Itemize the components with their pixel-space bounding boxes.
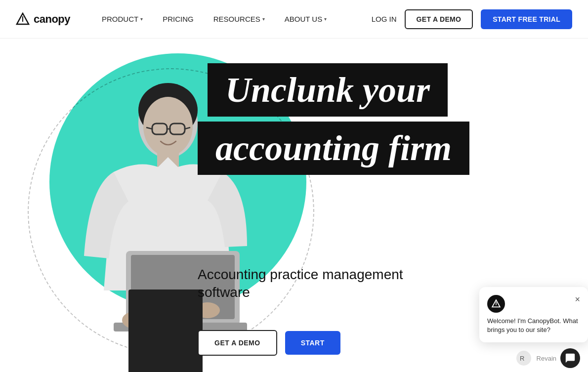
revain-label: Revain xyxy=(537,355,556,362)
headline-block-2: accounting firm xyxy=(198,122,469,175)
hero-cta-buttons: GET A DEMO START xyxy=(198,330,340,356)
about-chevron-icon: ▾ xyxy=(324,16,327,22)
login-link[interactable]: LOG IN xyxy=(372,15,397,23)
svg-text:R: R xyxy=(520,355,524,362)
logo-text: canopy xyxy=(34,13,70,26)
nav-resources[interactable]: RESOURCES ▾ xyxy=(206,11,273,27)
nav-about[interactable]: ABOUT US ▾ xyxy=(277,11,335,27)
chatbot-close-button[interactable]: × xyxy=(575,295,580,304)
nav-pricing[interactable]: PRICING xyxy=(155,11,202,27)
navbar: canopy PRODUCT ▾ PRICING RESOURCES ▾ ABO… xyxy=(0,0,588,39)
nav-right: LOG IN GET A DEMO START FREE TRIAL xyxy=(372,9,572,29)
hero-subtitle: Accounting practice management software xyxy=(198,266,403,302)
chat-bubble-button[interactable] xyxy=(560,348,580,368)
resources-chevron-icon: ▾ xyxy=(262,16,265,22)
hero-demo-button[interactable]: GET A DEMO xyxy=(198,330,277,356)
start-trial-button[interactable]: START FREE TRIAL xyxy=(481,9,572,29)
bottom-bar: R Revain xyxy=(508,344,588,372)
svg-rect-16 xyxy=(128,289,203,372)
canopy-logo-icon xyxy=(16,12,30,26)
revain-icon: R xyxy=(516,350,532,366)
headline-line-1: Unclunk your xyxy=(225,70,430,110)
product-chevron-icon: ▾ xyxy=(140,16,143,22)
nav-links: PRODUCT ▾ PRICING RESOURCES ▾ ABOUT US ▾ xyxy=(94,11,372,27)
chatbot-message: Welcome! I'm CanopyBot. What brings you … xyxy=(487,317,580,334)
hero-headline-area: Unclunk your accounting firm xyxy=(198,63,583,175)
hero-trial-button[interactable]: START xyxy=(285,331,340,355)
canopybot-logo xyxy=(487,295,505,313)
get-demo-button[interactable]: GET A DEMO xyxy=(405,9,473,29)
chatbot-widget: × Welcome! I'm CanopyBot. What brings yo… xyxy=(479,287,588,342)
chatbot-header: × xyxy=(487,295,580,313)
headline-block-1: Unclunk your xyxy=(208,63,448,117)
logo-link[interactable]: canopy xyxy=(16,12,70,26)
nav-product[interactable]: PRODUCT ▾ xyxy=(94,11,151,27)
headline-line-2: accounting firm xyxy=(215,128,452,168)
hero-section: Unclunk your accounting firm Accounting … xyxy=(0,39,588,372)
